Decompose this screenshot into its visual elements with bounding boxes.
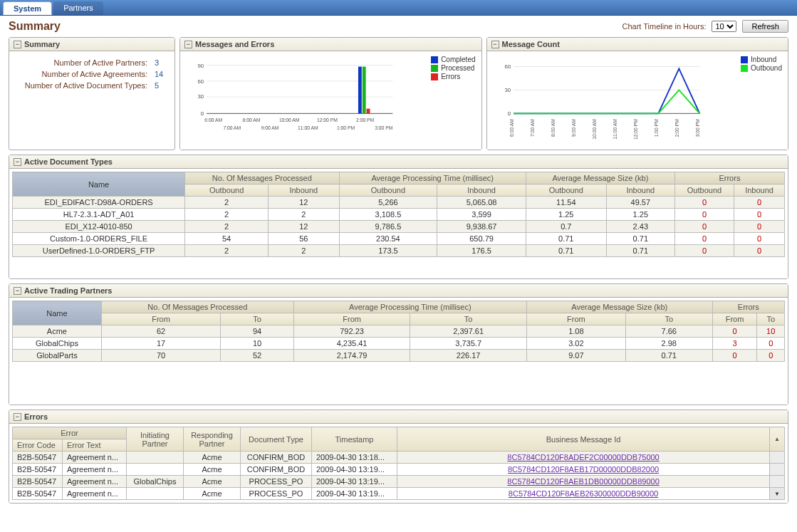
- svg-text:2:00 PM: 2:00 PM: [674, 119, 679, 137]
- page-title: Summary: [9, 20, 61, 33]
- message-id-link[interactable]: 8C5784CD120F8AEB26300000DDB90000: [509, 489, 658, 498]
- table-row[interactable]: Custom-1.0-ORDERS_FILE5456230.54650.790.…: [13, 233, 785, 245]
- partners-title: Active Trading Partners: [24, 286, 113, 295]
- summary-label: Number of Active Document Types:: [15, 81, 147, 90]
- svg-text:8:00 AM: 8:00 AM: [551, 119, 556, 137]
- collapse-icon[interactable]: −: [491, 41, 499, 48]
- message-id-link[interactable]: 8C5784CD120F8ADEF2C00000DDB75000: [507, 453, 659, 461]
- svg-text:3:00 PM: 3:00 PM: [695, 119, 700, 137]
- doc-types-table: Name No. Of Messages Processed Average P…: [12, 172, 785, 257]
- svg-text:11:00 AM: 11:00 AM: [298, 125, 318, 130]
- scroll-down-icon[interactable]: ▼: [770, 488, 785, 500]
- summary-value: 3: [155, 58, 169, 67]
- svg-text:90: 90: [198, 63, 204, 69]
- svg-rect-10: [363, 67, 366, 114]
- col-msgs[interactable]: No. Of Messages Processed: [185, 172, 339, 184]
- svg-text:3:00 PM: 3:00 PM: [375, 125, 393, 130]
- table-row[interactable]: HL7-2.3.1-ADT_A01223,108.53,5991.251.250…: [13, 209, 785, 221]
- svg-text:8:00 AM: 8:00 AM: [243, 118, 261, 122]
- message-count-panel: −Message Count 60300 6:00 AM7:00 AM8:00 …: [486, 37, 789, 150]
- messages-errors-title: Messages and Errors: [195, 40, 274, 48]
- svg-text:60: 60: [504, 63, 511, 70]
- svg-text:7:00 AM: 7:00 AM: [223, 125, 241, 130]
- svg-text:9:00 AM: 9:00 AM: [261, 125, 279, 130]
- summary-row: Number of Active Partners:3: [15, 57, 169, 68]
- messages-errors-legend: Completed Processed Errors: [431, 55, 475, 81]
- svg-text:11:00 AM: 11:00 AM: [613, 119, 618, 140]
- svg-rect-9: [358, 67, 362, 114]
- svg-text:12:00 PM: 12:00 PM: [317, 118, 338, 122]
- svg-text:30: 30: [504, 87, 511, 93]
- svg-text:0: 0: [201, 110, 204, 117]
- table-row[interactable]: GlobalParts70522,174.79226.179.070.7100: [13, 350, 785, 362]
- doc-types-panel: −Active Document Types Name No. Of Messa…: [9, 155, 788, 279]
- svg-text:7:00 AM: 7:00 AM: [530, 119, 535, 137]
- table-row[interactable]: B2B-50547Agreement n...AcmeCONFIRM_BOD20…: [13, 452, 785, 464]
- timeline-select[interactable]: 10: [712, 21, 736, 32]
- scroll-up-icon[interactable]: ▲: [770, 427, 785, 452]
- summary-label: Number of Active Partners:: [15, 58, 147, 67]
- svg-text:6:00 AM: 6:00 AM: [204, 118, 222, 122]
- errors-title: Errors: [24, 412, 48, 421]
- message-count-title: Message Count: [502, 40, 560, 48]
- col-errors[interactable]: Errors: [674, 172, 784, 184]
- collapse-icon[interactable]: −: [14, 287, 21, 295]
- refresh-button[interactable]: Refresh: [742, 20, 788, 33]
- table-row[interactable]: GlobalChips17104,235.413,735.73.022.9830: [13, 338, 785, 350]
- summary-value: 5: [155, 81, 169, 90]
- errors-panel: −Errors Error Initiating Partner Respond…: [9, 410, 788, 504]
- errors-table: Error Initiating Partner Responding Part…: [12, 427, 785, 500]
- svg-text:9:00 AM: 9:00 AM: [571, 119, 576, 137]
- tab-partners[interactable]: Partners: [53, 1, 103, 15]
- table-row[interactable]: B2B-50547Agreement n...GlobalChipsAcmePR…: [13, 476, 785, 488]
- tab-system[interactable]: System: [3, 1, 52, 15]
- svg-text:60: 60: [198, 78, 204, 85]
- svg-text:2:00 PM: 2:00 PM: [356, 118, 375, 122]
- table-row[interactable]: EDI_X12-4010-8502129,786.59,938.670.72.4…: [13, 221, 785, 233]
- messages-errors-panel: −Messages and Errors 9060300 6:00 AM8:00…: [179, 37, 482, 150]
- svg-text:1:00 PM: 1:00 PM: [654, 119, 659, 137]
- collapse-icon[interactable]: −: [14, 158, 21, 166]
- table-row[interactable]: Acme6294792.232,397.611.087.66010: [13, 325, 785, 338]
- svg-text:0: 0: [507, 110, 510, 117]
- col-name[interactable]: Name: [13, 301, 102, 325]
- timeline-label: Chart Timeline in Hours:: [622, 22, 706, 31]
- summary-row: Number of Active Agreements:14: [15, 68, 169, 80]
- summary-panel: −Summary Number of Active Partners:3Numb…: [9, 37, 175, 150]
- svg-text:10:00 AM: 10:00 AM: [279, 118, 300, 122]
- col-time[interactable]: Average Processing Time (millisec): [339, 172, 526, 184]
- svg-rect-11: [367, 109, 370, 114]
- message-count-legend: Inbound Outbound: [741, 55, 782, 73]
- svg-text:1:00 PM: 1:00 PM: [337, 125, 355, 130]
- message-id-link[interactable]: 8C5784CD120F8AEB17D00000DDB82000: [508, 465, 659, 474]
- message-id-link[interactable]: 8C5784CD120F8AEB1DB00000DDB89000: [507, 477, 659, 486]
- doc-types-title: Active Document Types: [24, 157, 113, 166]
- svg-text:6:00 AM: 6:00 AM: [509, 119, 514, 137]
- collapse-icon[interactable]: −: [184, 41, 192, 48]
- svg-text:12:00 PM: 12:00 PM: [633, 119, 638, 140]
- summary-label: Number of Active Agreements:: [15, 70, 147, 78]
- partners-panel: −Active Trading Partners Name No. Of Mes…: [9, 283, 788, 405]
- top-tabs: System Partners: [0, 0, 797, 16]
- summary-value: 14: [155, 70, 169, 78]
- collapse-icon[interactable]: −: [14, 413, 21, 421]
- partners-table: Name No. Of Messages Processed Average P…: [12, 301, 785, 362]
- table-row[interactable]: B2B-50547Agreement n...AcmeCONFIRM_BOD20…: [13, 464, 785, 476]
- summary-row: Number of Active Document Types:5: [15, 80, 169, 91]
- table-row[interactable]: EDI_EDIFACT-D98A-ORDERS2125,2665,065.081…: [13, 197, 785, 209]
- summary-title: Summary: [24, 40, 60, 48]
- col-size[interactable]: Average Message Size (kb): [526, 172, 674, 184]
- svg-text:30: 30: [198, 93, 204, 100]
- table-row[interactable]: B2B-50547Agreement n...AcmePROCESS_PO200…: [13, 488, 785, 500]
- svg-text:10:00 AM: 10:00 AM: [592, 119, 597, 140]
- collapse-icon[interactable]: −: [14, 41, 21, 48]
- table-row[interactable]: UserDefined-1.0-ORDERS_FTP22173.5176.50.…: [13, 245, 785, 257]
- message-count-chart: 60300 6:00 AM7:00 AM8:00 AM9:00 AM10:00 …: [493, 57, 783, 142]
- col-name[interactable]: Name: [13, 172, 185, 197]
